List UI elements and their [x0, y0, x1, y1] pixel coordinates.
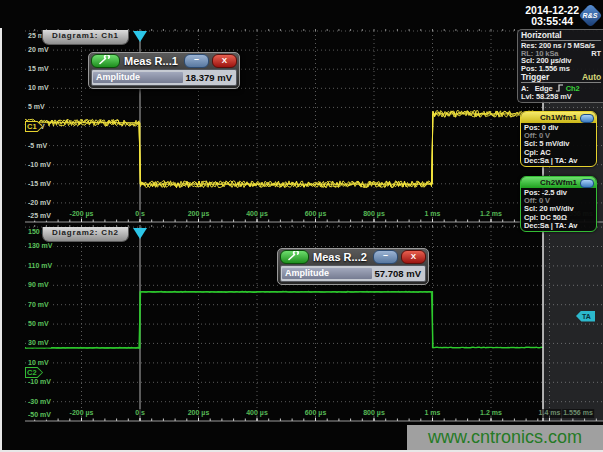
measurement-body: Amplitude 57.708 mV — [280, 265, 426, 282]
horizontal-header: Horizontal — [521, 31, 562, 40]
x-axis-label: 600 µs — [304, 409, 328, 418]
measurement-param-label: Amplitude — [282, 268, 372, 279]
y-axis-label: 130 mV — [26, 242, 55, 251]
oscilloscope-screen: 25 mV20 mV15 mV10 mV5 mV0 mV-5 mV-10 mV-… — [0, 0, 603, 452]
rohde-schwarz-logo: R&S — [579, 4, 601, 26]
ch2-infobox-header: Ch2Wfm1 — [521, 177, 596, 188]
measurement-popup-2: Meas R...2 – X Amplitude 57.708 mV — [277, 248, 429, 285]
wrench-icon — [92, 55, 117, 65]
watermark-text: www.cntronics.com — [428, 428, 582, 447]
left-border — [0, 28, 2, 452]
channel1-level-marker[interactable]: C1 — [25, 121, 43, 132]
ch1-infobox-header: Ch1Wfm1 — [521, 112, 596, 123]
minimize-button[interactable]: – — [373, 250, 398, 264]
minimize-icon[interactable] — [580, 114, 594, 123]
measurement-title: Meas R...1 — [123, 55, 181, 68]
measurement-popup-1: Meas R...1 – X Amplitude 18.379 mV — [88, 52, 240, 89]
measurement-settings-button[interactable] — [91, 54, 120, 68]
trigger-level-text: Lvl: 58.258 mV — [521, 93, 572, 101]
x-axis-label: 200 µs — [187, 409, 211, 418]
trigger-position-marker-icon[interactable] — [133, 228, 147, 239]
marker-label: C1 — [27, 122, 37, 131]
x-axis-label: 1.2 ms — [479, 409, 503, 418]
y-axis-label: -30 mV — [26, 397, 53, 406]
realtime-badge: RT — [591, 50, 601, 58]
datetime-display: 2014-12-22 03:55:44 — [525, 5, 579, 27]
x-axis-end-label: 1.556 ms — [562, 409, 594, 418]
x-axis-label: 1.4 ms — [538, 409, 562, 418]
ch1-waveform-infobox[interactable]: Ch1Wfm1 Pos: 0 divOff: 0 VScl: 5 mV/divC… — [520, 111, 597, 167]
measurement-titlebar: Meas R...2 – X — [280, 250, 426, 264]
trigger-mode: Auto — [582, 73, 601, 82]
y-axis-label: -20 mV — [26, 199, 53, 208]
ch2-infobox-title: Ch2Wfm1 — [540, 178, 577, 187]
x-axis-label: 800 µs — [362, 210, 386, 219]
x-axis-label: 400 µs — [245, 210, 269, 219]
ch1-infobox-body: Pos: 0 divOff: 0 VScl: 5 mV/divCpl: ACDe… — [521, 123, 596, 166]
wfm-param-line: Dec:Sa | TA: Av — [524, 157, 596, 165]
x-axis-label: 0 s — [134, 210, 146, 219]
horizontal-trigger-panel: Horizontal Res: 200 ns / 5 MSa/s RL: 10 … — [517, 29, 603, 103]
measurement-title: Meas R...2 — [312, 251, 370, 264]
y-axis-label: -5 mV — [26, 141, 49, 150]
tab-diagram1-ch1[interactable]: Diagram1: Ch1 — [42, 30, 129, 45]
ch2-infobox-body: Pos: -2.5 divOff: 0 VScl: 20 mV/divCpl: … — [521, 188, 596, 231]
y-axis-label: -50 mV — [26, 411, 53, 420]
ch2-waveform-infobox[interactable]: Ch2Wfm1 Pos: -2.5 divOff: 0 VScl: 20 mV/… — [520, 176, 597, 232]
measurement-param-label: Amplitude — [93, 72, 183, 83]
y-axis-label: 70 mV — [26, 300, 51, 309]
x-axis-label: -200 µs — [69, 210, 95, 219]
wrench-icon — [281, 251, 306, 261]
x-axis-label: 600 µs — [304, 210, 328, 219]
y-axis-label: 50 mV — [26, 320, 51, 329]
minimize-icon[interactable] — [580, 179, 594, 188]
y-axis-label: 10 mV — [26, 359, 51, 368]
y-axis-label: -25 mV — [26, 212, 53, 221]
y-axis-label: 10 mV — [26, 84, 51, 93]
x-axis-label: 200 µs — [187, 210, 211, 219]
minimize-button[interactable]: – — [184, 54, 209, 68]
y-axis-label: 90 mV — [26, 281, 51, 290]
x-axis-label: 400 µs — [245, 409, 269, 418]
y-axis-label: -10 mV — [26, 378, 53, 387]
measurement-value: 57.708 mV — [373, 268, 425, 279]
close-button[interactable]: X — [212, 54, 237, 68]
watermark-bar: www.cntronics.com — [407, 425, 603, 450]
y-axis-label: 20 mV — [26, 46, 51, 55]
measurement-settings-button[interactable] — [280, 250, 309, 264]
measurement-titlebar: Meas R...1 – X — [91, 54, 237, 68]
close-button[interactable]: X — [401, 250, 426, 264]
x-axis-label: 800 µs — [362, 409, 386, 418]
measurement-value: 18.379 mV — [184, 72, 236, 83]
trigger-header: Trigger — [521, 73, 549, 82]
marker-label: C2 — [27, 368, 37, 377]
measurement-body: Amplitude 18.379 mV — [91, 69, 237, 86]
x-axis-label: 0 s — [134, 409, 146, 418]
y-axis-label: 30 mV — [26, 339, 51, 348]
x-axis-label: 1 ms — [424, 409, 442, 418]
trigger-position-marker-icon[interactable] — [133, 31, 147, 42]
y-axis-label: 15 mV — [26, 65, 51, 74]
tab-diagram2-ch2[interactable]: Diagram2: Ch2 — [42, 227, 129, 242]
channel2-level-marker[interactable]: C2 — [25, 367, 43, 378]
logo-text: R&S — [579, 4, 601, 26]
x-axis-label: -200 µs — [69, 409, 95, 418]
y-axis-label: -15 mV — [26, 180, 53, 189]
edge-trigger-icon — [555, 84, 564, 92]
y-axis-label: -10 mV — [26, 160, 53, 169]
x-axis-label: 1.2 ms — [479, 210, 503, 219]
x-axis-label: 1 ms — [424, 210, 442, 219]
y-axis-label: 110 mV — [26, 262, 54, 271]
y-axis-label: 5 mV — [26, 103, 47, 112]
ch1-infobox-title: Ch1Wfm1 — [540, 113, 577, 122]
time-text: 03:55:44 — [525, 16, 579, 27]
wfm-param-line: Dec:Sa | TA: Av — [524, 222, 596, 230]
